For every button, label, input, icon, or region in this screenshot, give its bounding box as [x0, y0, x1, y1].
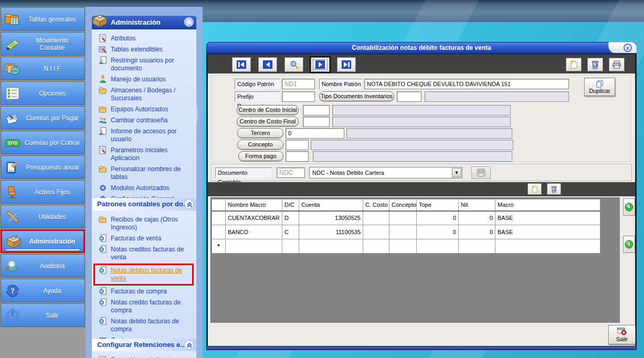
sidebar-item-auditoria[interactable]: Auditoria — [1, 254, 85, 278]
duplicar-button[interactable]: Duplicar — [584, 78, 615, 96]
window-titlebar[interactable]: Contabilización notas débito facturas de… — [206, 42, 637, 53]
new-row-marker[interactable]: * — [212, 239, 226, 254]
add-row-button[interactable] — [527, 183, 542, 195]
tools-icon — [1, 209, 24, 224]
first-record-button[interactable] — [232, 57, 251, 72]
macros-grid[interactable]: Nombre Macro D/C Cuenta C. Costo Concept… — [212, 199, 600, 254]
admin-item-personalizar-nombres[interactable]: Personalizar nombres de tablas — [96, 164, 194, 183]
admin-panel-group: Administración Atributos Tablas extendib… — [92, 16, 196, 209]
sidebar-item-utilidades[interactable]: Utilidades — [1, 205, 85, 228]
tipo-documento-button[interactable]: Tipo Documento Inventarios — [319, 91, 394, 101]
close-icon[interactable]: x — [624, 44, 632, 52]
collapse-chevron-icon[interactable] — [184, 199, 194, 209]
admin-item-manejo-usuarios[interactable]: Manejo de usuarios — [96, 74, 194, 85]
admin-item-modulos-autorizados[interactable]: Modulos Autorizados — [96, 183, 194, 194]
salir-button[interactable]: Salir — [608, 325, 636, 344]
new-record-button[interactable] — [566, 58, 582, 71]
centro-costo-final-button[interactable]: Centro de Costo Final — [237, 117, 299, 127]
sidebar-item-movimiento-contable[interactable]: Movimiento Contable — [1, 32, 85, 56]
save-button[interactable] — [471, 166, 491, 179]
last-record-button[interactable] — [337, 57, 356, 72]
gear-doc-icon — [99, 266, 107, 275]
delete-record-button[interactable] — [587, 58, 603, 71]
tercero-field[interactable]: 0 — [286, 128, 344, 139]
centro-costo-inicial-field[interactable] — [303, 105, 330, 115]
admin-item-almacenes[interactable]: Almacenes / Bodegas / Sucursales — [96, 85, 194, 104]
sidebar-item-niif[interactable]: N I I F — [1, 57, 85, 80]
sidebar-item-opciones[interactable]: Opciones — [1, 81, 85, 105]
admin-item-equipos-autorizados[interactable]: Equipos Autorizados — [96, 104, 194, 115]
row-selector[interactable] — [212, 211, 226, 225]
collapse-chevron-icon[interactable] — [184, 17, 194, 27]
col-tope[interactable]: Tope — [417, 199, 459, 211]
retentions-item-retencion-fuente[interactable]: Retención en la fuente — [96, 355, 194, 358]
previous-record-button[interactable] — [258, 57, 277, 72]
col-c-costo[interactable]: C. Costo — [363, 199, 389, 211]
sidebar-item-presupuesto-anual[interactable]: Presupuesto anual — [1, 155, 85, 179]
centro-costo-final-field[interactable] — [303, 117, 330, 127]
sidebar-item-cuentas-por-cobrar[interactable]: $ Cuentas por Cobrar — [1, 131, 85, 154]
documento-contable-label: Documento Contable — [215, 167, 272, 178]
patterns-item-notas-debito-compra[interactable]: Notas debito facturas de compra — [96, 316, 194, 335]
table-row[interactable]: BANCO C 11100535 0 0 BASE — [212, 225, 600, 239]
table-new-row[interactable]: * — [212, 239, 600, 254]
move-down-button[interactable] — [623, 236, 635, 253]
move-up-button[interactable] — [623, 198, 635, 216]
col-concepto[interactable]: Concepto — [389, 199, 417, 211]
col-nombre-macro[interactable]: Nombre Macro — [226, 199, 282, 211]
admin-item-tablas-extendibles[interactable]: Tablas extendibles — [96, 44, 194, 55]
centro-costo-inicial-button[interactable]: Centro de Costo Inicial — [237, 105, 299, 115]
admin-panel-body: Atributos Tablas extendibles Restringir … — [92, 29, 196, 209]
next-record-button[interactable] — [311, 57, 330, 72]
sidebar-item-tablas-generales[interactable]: Tablas generales — [1, 7, 85, 31]
forma-pago-button[interactable]: Forma pago — [238, 151, 283, 161]
codigo-patron-field[interactable]: ND1 — [282, 79, 315, 89]
attributes-doc-icon — [99, 146, 107, 154]
attributes-doc-icon — [99, 34, 107, 43]
concepto-button[interactable]: Concepto — [237, 140, 283, 150]
col-nit[interactable]: Nit — [459, 199, 495, 211]
patterns-panel-header[interactable]: Patrones contables por do... — [92, 198, 196, 210]
user-doc-icon — [99, 127, 107, 135]
patterns-item-facturas-compra[interactable]: Facturas de compra — [96, 286, 194, 297]
admin-item-parametros-iniciales[interactable]: Parametros iniciales Aplicacion — [96, 145, 194, 164]
print-button[interactable] — [609, 58, 625, 71]
patterns-item-notas-creditos-venta[interactable]: Notas creditos facturas de venta — [96, 244, 194, 263]
delete-row-button[interactable] — [547, 183, 561, 195]
sidebar-item-activos-fijos[interactable]: Activos Fijos — [1, 180, 85, 204]
tipo-documento-field[interactable] — [397, 91, 421, 102]
patterns-item-notas-debitos-venta[interactable]: Notas debitos facturas de venta — [93, 264, 194, 286]
concepto-display — [311, 140, 513, 150]
col-cuenta[interactable]: Cuenta — [299, 199, 363, 211]
forma-pago-field[interactable] — [286, 151, 309, 162]
sidebar-item-ayuda[interactable]: ? Ayuda — [1, 279, 85, 302]
tercero-button[interactable]: Tercero — [237, 128, 283, 138]
window-title: Contabilización notas débito facturas de… — [352, 44, 491, 51]
row-selector[interactable] — [212, 225, 226, 239]
admin-item-informe-accesos[interactable]: Informe de accesos por usuario — [96, 126, 194, 145]
sidebar-item-cuentas-por-pagar[interactable]: Cuentas por Pagar — [1, 106, 85, 130]
patterns-item-recibos-cajas[interactable]: Recibos de cajas (Otros Ingresos) — [96, 214, 194, 233]
nombre-patron-field[interactable]: NOTA DEBITO CHEQUE DEVUELTO DAVIVIENDA 1… — [364, 79, 569, 89]
col-macro[interactable]: Macro — [495, 199, 600, 211]
concepto-field[interactable] — [286, 140, 309, 150]
invoices-pen-icon — [1, 111, 24, 125]
prefijo-documento-field[interactable] — [282, 91, 315, 102]
chevron-down-icon[interactable]: ▼ — [452, 168, 461, 177]
table-row[interactable]: CUENTAXCOBRAR D 13050525 0 0 BASE — [212, 211, 600, 225]
search-button[interactable] — [284, 57, 303, 72]
admin-item-cambiar-contrasena[interactable]: Cambiar contraseña — [96, 115, 194, 126]
admin-item-restringir-usuarios[interactable]: Restringir usuarios por documento — [96, 55, 194, 74]
patterns-item-facturas-venta[interactable]: Facturas de venta — [96, 233, 194, 244]
documento-contable-code-field[interactable]: NDC — [277, 167, 305, 178]
col-dc[interactable]: D/C — [282, 199, 299, 211]
sidebar-item-salir[interactable]: Salir — [1, 303, 85, 327]
documento-contable-dropdown[interactable]: NDC - Notas Debito Cartera ▼ — [309, 167, 462, 178]
admin-item-atributos[interactable]: Atributos — [96, 33, 194, 44]
sidebar-item-label: Cuentas por Cobrar — [24, 139, 85, 146]
admin-panel-header[interactable]: Administración — [92, 16, 196, 29]
collapse-chevron-icon[interactable] — [184, 340, 194, 350]
sidebar-item-administracion[interactable]: Administración — [1, 229, 85, 253]
retentions-panel-header[interactable]: Configurar Retenciones e... — [92, 339, 196, 351]
patterns-item-notas-credito-compra[interactable]: Notas credito facturas de compra — [96, 297, 194, 316]
